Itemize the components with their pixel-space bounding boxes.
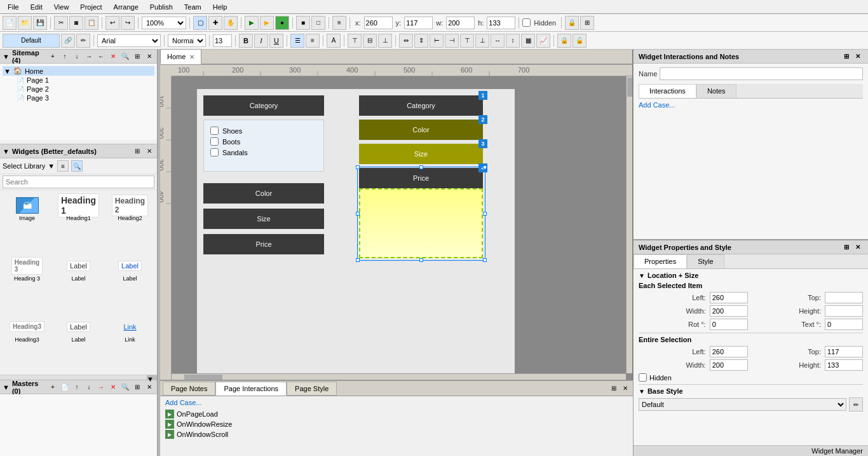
text-rot-input[interactable] [825,319,863,330]
menu-project[interactable]: Project [75,2,107,12]
sel-handle-bl[interactable] [356,258,360,262]
tab-page-interactions[interactable]: Page Interactions [215,382,287,396]
left-input[interactable] [710,292,748,303]
align-cv[interactable]: ↕ [506,34,520,48]
crop-tool[interactable]: ✚ [208,16,222,30]
align-mid[interactable]: ⊟ [363,34,377,48]
fill-btn[interactable]: ■ [296,16,310,30]
copy-btn[interactable]: ◙ [69,16,83,30]
align-left[interactable]: ☰ [290,34,304,48]
fmt-link[interactable]: 🔗 [61,34,75,48]
masters-collapse[interactable]: ▼ [3,383,10,391]
paste-btn[interactable]: 📋 [85,16,98,30]
align-top[interactable]: ⊤ [348,34,362,48]
sitemap-collapse-arrow[interactable]: ▼ [3,53,10,60]
wi-close-btn[interactable]: ✕ [853,52,863,62]
align-btn[interactable]: ≡ [332,16,346,30]
masters-down-btn[interactable]: ↓ [84,382,94,392]
new-btn[interactable]: 📄 [3,16,17,30]
masters-close-btn[interactable]: ✕ [144,382,154,392]
hand-tool[interactable]: ✋ [224,16,238,30]
group-btn[interactable]: ⊞ [580,16,594,30]
bottom-add-case[interactable]: Add Case... [165,399,628,406]
sitemap-delete-btn[interactable]: ✕ [108,52,118,62]
widgets-scroll-down[interactable]: ▼ [147,375,157,380]
masters-push-btn[interactable]: → [96,382,106,392]
style-select[interactable]: Default [639,398,846,411]
font-select[interactable]: Arial [97,34,161,47]
align-t2[interactable]: ⊤ [460,34,474,48]
add-case-link[interactable]: Add Case... [639,101,863,109]
left-price-btn[interactable]: Price [203,234,324,254]
widgets-search-icon-btn[interactable]: 🔍 [71,160,83,172]
event-onpageload[interactable]: ▶ OnPageLoad [165,409,628,419]
sitemap-page1[interactable]: 📄 Page 1 [15,76,154,85]
masters-delete-btn[interactable]: ✕ [108,382,118,392]
fmt-select[interactable]: Default [3,34,60,48]
menu-publish[interactable]: Publish [145,2,178,12]
align-center[interactable]: ≡ [306,34,320,48]
tab-home-close[interactable]: ✕ [189,53,194,60]
tab-style[interactable]: Style [687,254,724,268]
y-input[interactable] [404,17,433,29]
play-btn[interactable]: ▶ [245,16,259,30]
sitemap-outdent-btn[interactable]: ← [96,52,106,62]
right-size-btn[interactable]: Size 3 [359,144,483,164]
italic-btn[interactable]: I [254,34,268,48]
width-input[interactable] [710,305,748,317]
left-category-btn[interactable]: Category [203,95,324,116]
event-onwindowresize[interactable]: ▶ OnWindowResize [165,419,628,429]
sel-handle-bm[interactable] [419,258,423,262]
font-size[interactable] [213,34,232,47]
scroll-thumb-h[interactable] [184,375,222,380]
tab-notes[interactable]: Notes [696,84,736,98]
text-color[interactable]: A [327,34,341,48]
canvas-scrollbar-v[interactable] [626,76,632,373]
border-btn[interactable]: □ [311,16,325,30]
distribute-h[interactable]: ⇔ [399,34,413,48]
e-width-input[interactable] [710,359,748,371]
masters-add-btn[interactable]: + [48,382,58,392]
left-color-btn[interactable]: Color [203,183,324,204]
save-btn[interactable]: 💾 [33,16,47,30]
align-l2[interactable]: ⊢ [430,34,444,48]
widget-heading1[interactable]: Heading 1 Heading1 [54,193,103,251]
tab-home[interactable]: Home ✕ [160,49,201,64]
hidden-checkbox-toolbar[interactable] [522,18,531,27]
widget-label[interactable]: Label Label [54,253,103,311]
masters-search-btn[interactable]: 🔍 [120,382,130,392]
widget-name-input[interactable] [660,67,863,80]
tab-page-style[interactable]: Page Style [287,382,337,396]
wp-close-btn[interactable]: ✕ [853,242,863,252]
hidden-check[interactable] [639,373,647,382]
base-style-collapse[interactable]: ▼ [639,388,645,395]
e-left-input[interactable] [710,346,748,357]
checkbox-shoes[interactable]: Shoes [210,125,317,136]
masters-add2-btn[interactable]: 📄 [60,382,70,392]
cut-btn[interactable]: ✂ [54,16,68,30]
w-input[interactable] [446,17,475,29]
widget-heading2[interactable]: Heading 2 Heading2 [105,193,154,251]
e-height-input[interactable] [825,359,863,371]
style-edit-btn[interactable]: ✏ [849,397,863,411]
widget-label2[interactable]: Label Label [105,253,154,311]
checkbox-boots[interactable]: Boots [210,136,317,147]
right-category-btn[interactable]: Category 1 [359,95,483,116]
sel-handle-mr[interactable] [483,212,487,216]
publish-btn[interactable]: ● [275,16,289,30]
bold-btn[interactable]: B [239,34,253,48]
wp-expand-btn[interactable]: ⊞ [841,242,851,252]
yellow-selected-area[interactable] [359,188,483,258]
sitemap-close-btn[interactable]: ✕ [144,52,154,62]
right-price-btn[interactable]: Price 4 [359,168,483,188]
top-input[interactable] [825,292,863,303]
sitemap-expand-btn[interactable]: ⊞ [132,52,142,62]
sitemap-indent-btn[interactable]: → [84,52,94,62]
menu-file[interactable]: File [3,2,24,12]
tab-properties[interactable]: Properties [634,254,687,268]
height-input[interactable] [825,305,863,317]
line-chart[interactable]: 📈 [536,34,550,48]
sitemap-add-btn[interactable]: + [48,52,58,62]
weight-select[interactable]: Normal [168,34,206,47]
align-bot[interactable]: ⊥ [378,34,392,48]
